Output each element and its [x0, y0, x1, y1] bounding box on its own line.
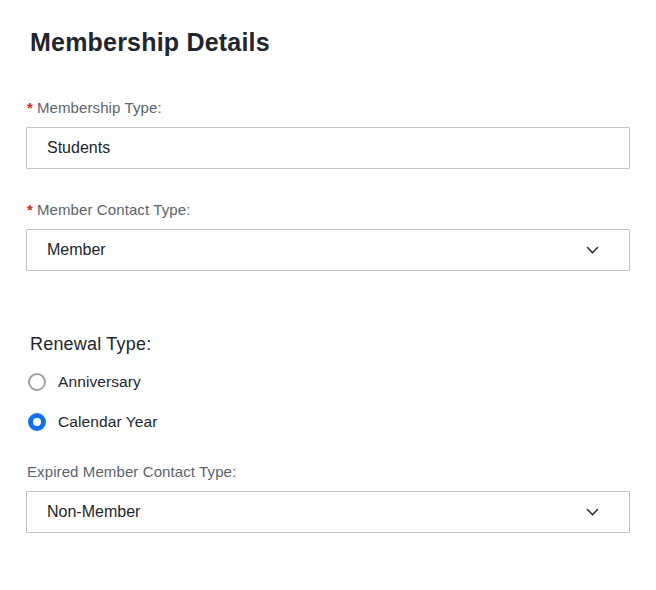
- member-contact-type-label-text: Member Contact Type:: [37, 201, 190, 218]
- renewal-type-section: Renewal Type: Anniversary Calendar Year: [26, 333, 630, 431]
- chevron-down-icon: [586, 508, 599, 517]
- expired-member-contact-type-field: Expired Member Contact Type: Non-Member: [26, 464, 630, 533]
- member-contact-type-label: *Member Contact Type:: [27, 202, 630, 218]
- radio-option-anniversary-label: Anniversary: [58, 373, 141, 391]
- radio-option-calendar-year[interactable]: Calendar Year: [28, 413, 630, 431]
- member-contact-type-selected-value: Member: [27, 241, 106, 259]
- renewal-type-label: Renewal Type:: [30, 333, 630, 355]
- expired-member-contact-type-selected-value: Non-Member: [27, 503, 140, 521]
- expired-member-contact-type-label: Expired Member Contact Type:: [27, 464, 630, 480]
- expired-member-contact-type-select[interactable]: Non-Member: [26, 491, 630, 533]
- page-title: Membership Details: [30, 27, 630, 57]
- member-contact-type-field: *Member Contact Type: Member: [26, 202, 630, 271]
- required-marker: *: [27, 99, 33, 116]
- radio-option-calendar-year-label: Calendar Year: [58, 413, 158, 431]
- radio-button-icon[interactable]: [28, 413, 46, 431]
- membership-type-field: *Membership Type:: [26, 100, 630, 169]
- membership-type-label: *Membership Type:: [27, 100, 630, 116]
- radio-option-anniversary[interactable]: Anniversary: [28, 373, 630, 391]
- required-marker: *: [27, 201, 33, 218]
- member-contact-type-select[interactable]: Member: [26, 229, 630, 271]
- membership-type-input[interactable]: [26, 127, 630, 169]
- radio-button-icon[interactable]: [28, 373, 46, 391]
- membership-details-form: Membership Details *Membership Type: *Me…: [0, 27, 656, 533]
- chevron-down-icon: [586, 246, 599, 255]
- membership-type-label-text: Membership Type:: [37, 99, 162, 116]
